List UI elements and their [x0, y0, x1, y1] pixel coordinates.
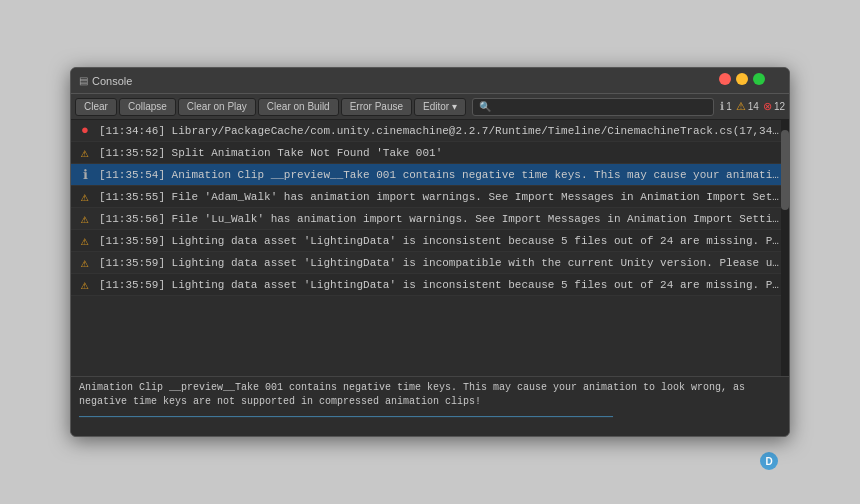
- error-badge[interactable]: ⊗ 12: [763, 100, 785, 113]
- log-text: [11:34:46] Library/PackageCache/com.unit…: [99, 125, 783, 137]
- log-text: [11:35:56] File 'Lu_Walk' has animation …: [99, 213, 783, 225]
- clear-on-build-button[interactable]: Clear on Build: [258, 98, 339, 116]
- error-icon: ⊗: [763, 100, 772, 113]
- log-text: [11:35:52] Split Animation Take Not Foun…: [99, 147, 783, 159]
- minimize-button[interactable]: [736, 73, 748, 85]
- log-row[interactable]: ⚠ [11:35:59] Lighting data asset 'Lighti…: [71, 230, 789, 252]
- info-count: 1: [726, 101, 732, 112]
- maximize-button[interactable]: [753, 73, 765, 85]
- annotation-d: D: [760, 452, 778, 470]
- scrollbar-thumb[interactable]: [781, 130, 789, 210]
- error-row-icon: ●: [77, 123, 93, 139]
- clear-on-play-button[interactable]: Clear on Play: [178, 98, 256, 116]
- console-window: ▤ Console Clear Collapse Clear on Play C…: [70, 67, 790, 437]
- info-row-icon: ℹ: [77, 167, 93, 183]
- warn-row-icon: ⚠: [77, 277, 93, 293]
- close-button[interactable]: [719, 73, 731, 85]
- badge-area: ℹ 1 ⚠ 14 ⊗ 12: [720, 100, 785, 113]
- log-text: [11:35:59] Lighting data asset 'Lighting…: [99, 257, 783, 269]
- toolbar: Clear Collapse Clear on Play Clear on Bu…: [71, 94, 789, 120]
- search-icon: 🔍: [479, 101, 491, 112]
- log-row[interactable]: ⚠ [11:35:59] Lighting data asset 'Lighti…: [71, 252, 789, 274]
- title-bar: ▤ Console: [71, 68, 789, 94]
- scrollbar-track[interactable]: [781, 120, 789, 376]
- warn-icon: ⚠: [736, 100, 746, 113]
- detail-text: Animation Clip __preview__Take 001 conta…: [79, 381, 781, 409]
- log-text: [11:35:54] Animation Clip __preview__Tak…: [99, 169, 783, 181]
- log-text: [11:35:59] Lighting data asset 'Lighting…: [99, 235, 783, 247]
- log-row[interactable]: ⚠ [11:35:52] Split Animation Take Not Fo…: [71, 142, 789, 164]
- warn-row-icon: ⚠: [77, 189, 93, 205]
- log-row[interactable]: ⚠ [11:35:55] File 'Adam_Walk' has animat…: [71, 186, 789, 208]
- log-text: [11:35:55] File 'Adam_Walk' has animatio…: [99, 191, 783, 203]
- log-row[interactable]: ● [11:34:46] Library/PackageCache/com.un…: [71, 120, 789, 142]
- warn-count: 14: [748, 101, 759, 112]
- detail-link[interactable]: ────────────────────────────────────────…: [79, 411, 781, 425]
- log-row[interactable]: ⚠ [11:35:56] File 'Lu_Walk' has animatio…: [71, 208, 789, 230]
- warn-row-icon: ⚠: [77, 145, 93, 161]
- info-badge[interactable]: ℹ 1: [720, 100, 732, 113]
- detail-area: Animation Clip __preview__Take 001 conta…: [71, 376, 789, 436]
- log-text: [11:35:59] Lighting data asset 'Lighting…: [99, 279, 783, 291]
- warn-badge[interactable]: ⚠ 14: [736, 100, 759, 113]
- collapse-button[interactable]: Collapse: [119, 98, 176, 116]
- info-icon: ℹ: [720, 100, 724, 113]
- warn-row-icon: ⚠: [77, 211, 93, 227]
- error-count: 12: [774, 101, 785, 112]
- log-area[interactable]: ● [11:34:46] Library/PackageCache/com.un…: [71, 120, 789, 376]
- search-input[interactable]: [495, 101, 707, 112]
- warn-row-icon: ⚠: [77, 255, 93, 271]
- log-row-selected[interactable]: ℹ [11:35:54] Animation Clip __preview__T…: [71, 164, 789, 186]
- window-controls: [719, 73, 765, 85]
- search-box: 🔍: [472, 98, 714, 116]
- console-icon: ▤: [79, 75, 88, 86]
- clear-button[interactable]: Clear: [75, 98, 117, 116]
- editor-dropdown[interactable]: Editor ▾: [414, 98, 466, 116]
- window-title: Console: [92, 75, 132, 87]
- warn-row-icon: ⚠: [77, 233, 93, 249]
- log-row[interactable]: ⚠ [11:35:59] Lighting data asset 'Lighti…: [71, 274, 789, 296]
- error-pause-button[interactable]: Error Pause: [341, 98, 412, 116]
